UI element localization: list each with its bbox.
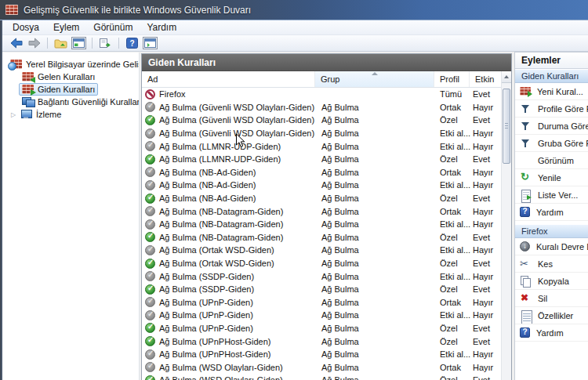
list-scrollbar[interactable] <box>501 71 511 380</box>
table-row[interactable]: Ağ Bulma (SSDP-Giden)Ağ BulmaEtki al...H… <box>142 270 501 283</box>
cell-enabled: Evet <box>470 115 501 125</box>
cell-enabled: Evet <box>470 324 501 333</box>
menu-dosya[interactable]: Dosya <box>5 20 46 34</box>
actions-section-header: Firefox <box>515 225 588 238</box>
action-profile-göre-fil[interactable]: Profile Göre Fil <box>515 100 588 118</box>
action-label: Kopyala <box>538 277 569 286</box>
table-row[interactable]: Ağ Bulma (NB-Ad-Giden)Ağ BulmaEtki al...… <box>142 179 501 192</box>
action-duruma-göre-f[interactable]: Duruma Göre F <box>515 118 588 135</box>
action-yeni-kural-[interactable]: Yeni Kural... <box>515 83 588 100</box>
actions-section-header: Giden Kuralları <box>515 70 588 83</box>
cell-name: Ağ Bulma (WSD Olayları-Giden) <box>142 362 315 372</box>
action-yenile[interactable]: Yenile <box>515 169 588 186</box>
none <box>520 155 532 166</box>
menu-eylem[interactable]: Eylem <box>46 20 86 34</box>
tree-item-gelen-kurallar-[interactable]: Gelen Kuralları <box>2 71 139 83</box>
rule-disabled-icon <box>145 128 155 139</box>
cell-group: Ağ Bulma <box>315 349 434 359</box>
cell-enabled: Evet <box>470 89 501 99</box>
table-row[interactable]: Ağ Bulma (UPnPHost-Giden)Ağ BulmaEtki al… <box>142 348 501 361</box>
menu-yardım[interactable]: Yardım <box>140 20 183 34</box>
scrollbar-up-arrow-icon[interactable] <box>502 71 511 83</box>
folder-up-button[interactable] <box>53 36 69 51</box>
table-row[interactable]: Ağ Bulma (UPnP-Giden)Ağ BulmaOrtakHayır <box>142 296 501 309</box>
table-row[interactable]: Ağ Bulma (UPnP-Giden)Ağ BulmaEtki al...H… <box>142 309 501 322</box>
rule-disabled-icon <box>145 102 155 112</box>
menu-bar: DosyaEylemGörünümYardım <box>2 20 588 35</box>
rule-name-text: Ağ Bulma (LLMNR-UDP-Giden) <box>159 142 281 151</box>
action-yardım[interactable]: Yardım <box>515 324 588 342</box>
tree-item-label: Yerel Bilgisayar üzerinde Gelişm <box>7 58 140 71</box>
action-görünüm[interactable]: Görünüm <box>515 152 588 169</box>
action-pane-button[interactable] <box>142 36 158 51</box>
table-row[interactable]: Ağ Bulma (Ortak WSD-Giden)Ağ BulmaÖzelEv… <box>142 257 501 270</box>
help-button[interactable]: ? <box>124 36 140 51</box>
scrollbar-thumb[interactable] <box>503 89 510 164</box>
action-kopyala[interactable]: Kopyala <box>515 273 588 290</box>
cell-name: Ağ Bulma (UPnP-Giden) <box>142 297 315 307</box>
table-row[interactable]: Ağ Bulma (Güvenli WSD Olayları-Giden)Ağ … <box>142 127 501 140</box>
table-row[interactable]: Ağ Bulma (NB-Ad-Giden)Ağ BulmaOrtakHayır <box>142 166 501 179</box>
toolbar-separator <box>92 38 93 49</box>
action-gruba-göre-fil[interactable]: Gruba Göre Fil <box>515 135 588 152</box>
table-row[interactable]: Ağ Bulma (WSD Olayları-Giden)Ağ BulmaOrt… <box>142 360 501 374</box>
column-header-profile[interactable]: Profil <box>434 71 470 87</box>
rule-name-text: Ağ Bulma (NB-Datagram-Giden) <box>159 219 283 229</box>
back-button[interactable] <box>8 36 24 51</box>
table-row[interactable]: Ağ Bulma (Güvenli WSD Olayları-Giden)Ağ … <box>142 101 501 114</box>
column-header-enabled[interactable]: Etkin <box>470 71 501 87</box>
rule-enabled-icon <box>145 336 155 346</box>
cell-enabled: Evet <box>470 259 501 268</box>
tree-item-root[interactable]: Yerel Bilgisayar üzerinde Gelişm <box>2 58 139 71</box>
expand-arrow-icon[interactable]: ▷ <box>9 111 17 118</box>
tree-item-text: Yerel Bilgisayar üzerinde Gelişm <box>26 60 140 69</box>
table-row[interactable]: Ağ Bulma (SSDP-Giden)Ağ BulmaÖzelEvet <box>142 283 501 296</box>
table-row[interactable]: Ağ Bulma (NB-Datagram-Giden)Ağ BulmaÖzel… <box>142 231 501 244</box>
action-özellikler[interactable]: Özellikler <box>515 307 588 324</box>
action-yardım[interactable]: Yardım <box>515 204 588 221</box>
action-kuralı-devre-dı[interactable]: Kuralı Devre Dı <box>515 238 588 255</box>
column-header-group[interactable]: Grup <box>315 71 434 87</box>
rule-disabled-icon <box>145 349 155 360</box>
action-sil[interactable]: Sil <box>515 290 588 307</box>
cell-profile: Etki al... <box>434 349 470 359</box>
cell-profile: Özel <box>434 324 470 333</box>
tree-item-i-zleme[interactable]: ▷İzleme <box>2 108 139 121</box>
action-kes[interactable]: Kes <box>515 255 588 273</box>
help-icon <box>520 207 530 217</box>
table-row[interactable]: Ağ Bulma (UPnPHost-Giden)Ağ BulmaÖzelEve… <box>142 335 501 348</box>
column-header-name[interactable]: Ad <box>142 71 315 87</box>
cell-enabled: Evet <box>470 194 501 203</box>
actions-panel-title: Eylemler <box>515 52 588 69</box>
rule-enabled-icon <box>145 115 155 125</box>
tree-item-ba-lant-g-venli-i-kurallar-[interactable]: Bağlantı Güvenliği Kuralları <box>2 96 139 108</box>
console-tree-button[interactable] <box>71 36 87 51</box>
table-row[interactable]: Ağ Bulma (NB-Datagram-Giden)Ağ BulmaOrta… <box>142 204 501 218</box>
table-row[interactable]: Ağ Bulma (LLMNR-UDP-Giden)Ağ BulmaÖzelEv… <box>142 153 501 166</box>
table-row[interactable]: Ağ Bulma (NB-Datagram-Giden)Ağ BulmaEtki… <box>142 218 501 231</box>
table-row[interactable]: Ağ Bulma (Ortak WSD-Giden)Ağ BulmaEtki a… <box>142 244 501 257</box>
tree-item-giden-kurallar-[interactable]: Giden Kuralları <box>2 83 139 96</box>
export-list-button[interactable] <box>97 36 114 51</box>
cell-name: Ağ Bulma (NB-Datagram-Giden) <box>142 219 315 230</box>
forward-button[interactable] <box>26 36 42 51</box>
cell-profile: Etki al... <box>434 245 470 255</box>
table-row[interactable]: Ağ Bulma (UPnP-Giden)Ağ BulmaÖzelEvet <box>142 322 501 335</box>
cell-group: Ağ Bulma <box>315 298 434 307</box>
cell-group: Ağ Bulma <box>315 363 434 372</box>
cell-profile: Ortak <box>434 103 470 112</box>
table-row[interactable]: FirefoxTümüEvet <box>142 88 501 101</box>
cell-group: Ağ Bulma <box>315 154 434 164</box>
table-row[interactable]: Ağ Bulma (NB-Ad-Giden)Ağ BulmaÖzelEvet <box>142 192 501 205</box>
rule-name-text: Ağ Bulma (NB-Datagram-Giden) <box>159 207 283 216</box>
cell-profile: Özel <box>434 259 470 268</box>
new-rule-icon <box>520 87 531 96</box>
table-row[interactable]: Ağ Bulma (WSD Olayları-Giden)Ağ BulmaÖze… <box>142 374 501 380</box>
table-row[interactable]: Ağ Bulma (LLMNR-UDP-Giden)Ağ BulmaEtki a… <box>142 139 501 153</box>
rules-panel: Giden Kuralları AdGrupProfilEtkin Firefo… <box>141 53 512 380</box>
menu-görünüm[interactable]: Görünüm <box>86 20 140 34</box>
cell-enabled: Hayır <box>470 128 501 138</box>
rule-enabled-icon <box>145 259 155 269</box>
action-liste-ver-[interactable]: Liste Ver... <box>515 186 588 204</box>
table-row[interactable]: Ağ Bulma (Güvenli WSD Olayları-Giden)Ağ … <box>142 114 501 127</box>
